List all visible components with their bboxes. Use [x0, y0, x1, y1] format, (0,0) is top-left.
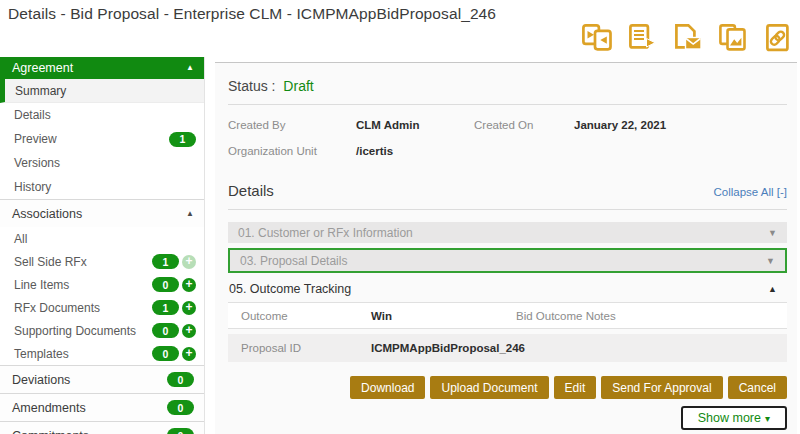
sidebar-item-label: Supporting Documents [14, 324, 136, 338]
outcome-row: Outcome Win Bid Outcome Notes [228, 302, 787, 329]
cancel-button[interactable]: Cancel [728, 376, 787, 399]
show-more-button[interactable]: Show more▾ [681, 406, 787, 430]
add-icon[interactable]: + [182, 324, 196, 338]
download-button[interactable]: Download [350, 376, 425, 399]
count-badge: 0 [152, 277, 179, 292]
sidebar-section-commitments[interactable]: Commitments 0 [0, 421, 204, 434]
accordion-label: 03. Proposal Details [240, 254, 347, 268]
document-link-icon[interactable] [761, 24, 793, 51]
add-icon[interactable]: + [182, 278, 196, 292]
count-badge: 0 [167, 372, 194, 387]
created-on-label: Created On [474, 119, 574, 131]
sidebar-item-templates[interactable]: Templates 0 + [0, 342, 204, 365]
toolbar [581, 24, 793, 51]
count-badge: 1 [169, 132, 196, 147]
export-document-icon[interactable] [626, 24, 658, 51]
chevron-down-icon: ▼ [768, 228, 777, 238]
accordion-label: 01. Customer or RFx Information [238, 226, 413, 240]
chevron-down-icon: ▼ [766, 256, 775, 266]
bid-outcome-notes-label: Bid Outcome Notes [516, 310, 777, 322]
divider [228, 209, 787, 210]
sidebar-item-label: Preview [14, 132, 57, 146]
sidebar-item-line-items[interactable]: Line Items 0 + [0, 273, 204, 296]
page-title: Details - Bid Proposal - Enterprise CLM … [8, 5, 496, 23]
status-label: Status : [228, 78, 275, 94]
sidebar-section-agreement[interactable]: Agreement ▲ [0, 57, 204, 79]
sidebar-item-label: Details [14, 108, 51, 122]
sidebar-item-label: Versions [14, 156, 60, 170]
sidebar-item-label: All [14, 232, 27, 246]
chevron-up-icon: ▲ [186, 64, 194, 72]
details-header: Details Collapse All [-] [228, 182, 787, 199]
add-icon[interactable]: + [182, 347, 196, 361]
accordion-label: 05. Outcome Tracking [229, 282, 351, 296]
count-badge: 0 [167, 400, 194, 415]
edit-button[interactable]: Edit [554, 376, 597, 399]
count-badge: 0 [152, 346, 179, 361]
sidebar: Agreement ▲ Summary Details Preview 1 Ve… [0, 57, 205, 434]
main-panel: Status : Draft Created By CLM Admin Crea… [215, 62, 797, 434]
created-on-value: January 22, 2021 [574, 119, 787, 131]
status-badge: Draft [283, 78, 313, 94]
accordion-customer-rfx-information[interactable]: 01. Customer or RFx Information ▼ [228, 222, 787, 243]
merge-documents-icon[interactable] [581, 24, 613, 51]
sidebar-section-label: Associations [12, 207, 82, 221]
add-icon[interactable]: + [182, 301, 196, 315]
sidebar-item-label: Summary [15, 84, 66, 98]
sidebar-section-label: Deviations [12, 373, 70, 387]
add-icon: + [182, 255, 196, 269]
action-button-bar: Download Upload Document Edit Send For A… [228, 376, 787, 399]
sidebar-item-preview[interactable]: Preview 1 [0, 127, 204, 151]
count-badge: 1 [152, 300, 179, 315]
sidebar-section-label: Commitments [12, 429, 89, 434]
status-row: Status : Draft [228, 78, 787, 94]
chevron-up-icon: ▲ [768, 284, 777, 294]
show-more-row: Show more▾ [228, 406, 787, 430]
show-more-label: Show more [698, 411, 761, 425]
organization-unit-label: Organization Unit [228, 145, 356, 157]
app-window: Details - Bid Proposal - Enterprise CLM … [0, 0, 800, 434]
upload-document-button[interactable]: Upload Document [430, 376, 548, 399]
created-by-value: CLM Admin [356, 119, 474, 131]
sidebar-item-history[interactable]: History [0, 175, 204, 199]
sidebar-item-label: RFx Documents [14, 301, 100, 315]
chevron-up-icon: ▲ [186, 210, 194, 218]
sidebar-section-associations[interactable]: Associations ▲ [0, 199, 204, 227]
collapse-all-link[interactable]: Collapse All [-] [713, 186, 787, 198]
sidebar-section-deviations[interactable]: Deviations 0 [0, 365, 204, 393]
summary-fields: Created By CLM Admin Created On January … [228, 119, 787, 157]
sidebar-item-label: Sell Side RFx [14, 255, 87, 269]
outcome-label: Outcome [241, 310, 371, 322]
sidebar-item-all[interactable]: All [0, 227, 204, 250]
sidebar-item-label: Line Items [14, 278, 69, 292]
count-badge: 0 [167, 428, 194, 434]
accordion-outcome-tracking[interactable]: 05. Outcome Tracking ▲ [228, 278, 787, 300]
sidebar-item-summary[interactable]: Summary [0, 79, 204, 103]
accordion-proposal-details[interactable]: 03. Proposal Details ▼ [228, 248, 787, 273]
count-badge: 0 [152, 323, 179, 338]
proposal-id-label: Proposal ID [241, 342, 371, 354]
accordion-group: 01. Customer or RFx Information ▼ 03. Pr… [228, 222, 787, 362]
sidebar-item-versions[interactable]: Versions [0, 151, 204, 175]
chevron-down-icon: ▾ [765, 413, 770, 424]
proposal-id-row: Proposal ID ICMPMAppBidProposal_246 [228, 334, 787, 362]
sidebar-section-label: Amendments [12, 401, 86, 415]
sidebar-item-rfx-documents[interactable]: RFx Documents 1 + [0, 296, 204, 319]
proposal-id-value: ICMPMAppBidProposal_246 [371, 342, 777, 354]
outcome-value: Win [371, 310, 516, 322]
organization-unit-value: /icertis [356, 145, 787, 157]
sidebar-item-label: History [14, 180, 51, 194]
divider [228, 104, 787, 105]
email-document-icon[interactable] [671, 24, 703, 51]
details-title: Details [228, 182, 274, 199]
sidebar-item-sell-side-rfx[interactable]: Sell Side RFx 1 + [0, 250, 204, 273]
sidebar-section-amendments[interactable]: Amendments 0 [0, 393, 204, 421]
sidebar-item-supporting-documents[interactable]: Supporting Documents 0 + [0, 319, 204, 342]
sidebar-item-label: Templates [14, 347, 69, 361]
created-by-label: Created By [228, 119, 356, 131]
copy-preview-icon[interactable] [716, 24, 748, 51]
sidebar-section-label: Agreement [12, 61, 73, 75]
sidebar-item-details[interactable]: Details [0, 103, 204, 127]
send-for-approval-button[interactable]: Send For Approval [601, 376, 722, 399]
count-badge: 1 [152, 254, 179, 269]
